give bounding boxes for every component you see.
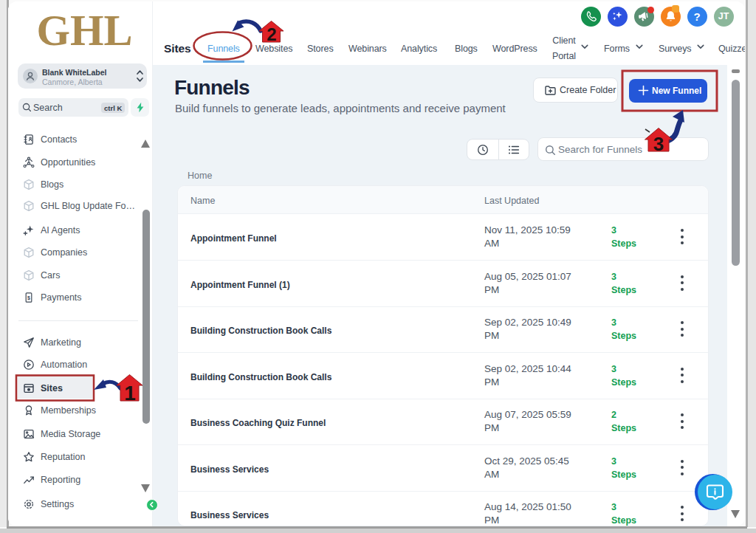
svg-text:$: $ xyxy=(27,295,30,301)
